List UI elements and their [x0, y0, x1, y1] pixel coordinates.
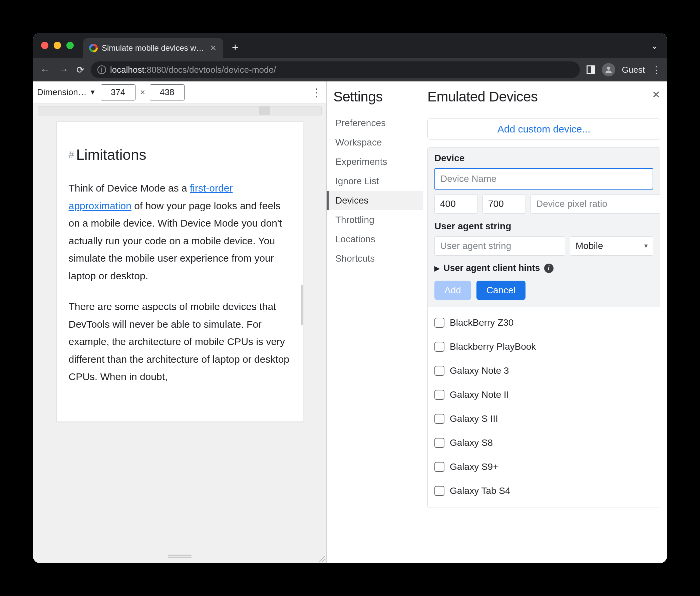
device-item-label: Galaxy Note 3 [450, 366, 509, 376]
device-item[interactable]: Galaxy S III [434, 407, 653, 431]
device-item[interactable]: Galaxy S9+ [434, 455, 653, 479]
page-paragraph: Think of Device Mode as a first-order ap… [69, 179, 291, 284]
scroll-indicator [299, 285, 303, 325]
page-preview[interactable]: #Limitations Think of Device Mode as a f… [56, 122, 303, 422]
device-item[interactable]: Galaxy Tab S4 [434, 479, 653, 503]
url-port: :8080 [145, 65, 166, 75]
devtools-dock-icon[interactable] [586, 66, 595, 74]
add-button[interactable]: Add [434, 281, 471, 300]
resize-handle-bottom[interactable] [168, 555, 192, 557]
tab-title: Simulate mobile devices with D [102, 43, 205, 53]
person-icon [604, 65, 613, 74]
checkbox[interactable] [434, 390, 444, 400]
device-toolbar: Dimension… ▼ × ⋮ [33, 81, 326, 103]
checkbox[interactable] [434, 438, 444, 448]
sidebar-item-shortcuts[interactable]: Shortcuts [327, 249, 423, 268]
devtools-settings: Settings PreferencesWorkspaceExperiments… [327, 81, 667, 563]
back-button[interactable]: ← [39, 64, 51, 75]
divider [427, 111, 660, 111]
url-host: localhost [110, 65, 145, 75]
browser-menu-button[interactable]: ⋮ [652, 65, 661, 75]
traffic-lights [41, 42, 74, 49]
svg-point-0 [607, 67, 610, 70]
device-item-label: Blackberry PlayBook [450, 341, 536, 352]
ua-type-select[interactable]: Mobile ▼ [570, 236, 653, 256]
checkbox[interactable] [434, 318, 444, 328]
device-height-input[interactable] [482, 194, 526, 214]
forward-button[interactable]: → [58, 64, 70, 75]
device-item[interactable]: Galaxy Note 3 [434, 359, 653, 383]
caret-down-icon: ▼ [90, 89, 96, 96]
dimensions-label: Dimension… [37, 87, 87, 97]
hash-icon: # [69, 149, 74, 160]
sidebar-item-ignore-list[interactable]: Ignore List [327, 172, 423, 191]
info-icon[interactable]: i [544, 264, 553, 273]
width-input[interactable] [101, 84, 135, 100]
checkbox[interactable] [434, 462, 444, 472]
device-item-label: Galaxy Tab S4 [450, 486, 510, 496]
content: Dimension… ▼ × ⋮ #Limitations Think of D… [33, 81, 667, 563]
sidebar-item-devices[interactable]: Devices [327, 191, 423, 210]
sidebar-item-experiments[interactable]: Experiments [327, 152, 423, 172]
browser-window: Simulate mobile devices with D ✕ + ⌄ ← →… [33, 33, 667, 563]
device-item-label: Galaxy S9+ [450, 462, 498, 472]
device-item-label: Galaxy Note II [450, 390, 509, 400]
checkbox[interactable] [434, 486, 444, 496]
device-dpr-input[interactable] [530, 194, 660, 214]
checkbox[interactable] [434, 342, 444, 352]
cancel-button[interactable]: Cancel [476, 281, 525, 300]
dimensions-x: × [140, 87, 145, 97]
profile-avatar[interactable] [602, 63, 615, 76]
checkbox[interactable] [434, 366, 444, 376]
checkbox[interactable] [434, 414, 444, 424]
device-name-input[interactable] [434, 168, 653, 190]
window-maximize-button[interactable] [67, 42, 74, 49]
profile-label[interactable]: Guest [622, 65, 645, 75]
window-minimize-button[interactable] [54, 42, 61, 49]
reload-button[interactable]: ⟳ [76, 65, 84, 75]
sidebar-item-workspace[interactable]: Workspace [327, 133, 423, 152]
window-close-button[interactable] [41, 42, 48, 49]
close-settings-button[interactable]: ✕ [652, 89, 660, 100]
device-item-label: Galaxy S8 [450, 438, 493, 448]
ua-client-hints-toggle[interactable]: ▶ User agent client hints i [434, 263, 653, 273]
device-item[interactable]: Galaxy S8 [434, 431, 653, 455]
device-item-label: Galaxy S III [450, 414, 498, 424]
close-icon[interactable]: ✕ [209, 43, 217, 53]
browser-toolbar: ← → ⟳ i localhost:8080/docs/devtools/dev… [33, 58, 667, 81]
device-section-label: Device [434, 153, 653, 164]
device-form: Device User agent string Mobile [427, 147, 660, 508]
titlebar: Simulate mobile devices with D ✕ + ⌄ [33, 33, 667, 58]
caret-down-icon: ▼ [643, 243, 649, 250]
ua-section-label: User agent string [434, 221, 653, 231]
panel-title: Emulated Devices [427, 89, 652, 105]
chrome-icon [89, 44, 98, 52]
ua-client-hints-label: User agent client hints [444, 263, 540, 273]
device-width-input[interactable] [434, 194, 478, 214]
device-item[interactable]: Blackberry PlayBook [434, 335, 653, 359]
device-item[interactable]: Galaxy Note II [434, 383, 653, 407]
sidebar-item-preferences[interactable]: Preferences [327, 114, 423, 133]
dimensions-dropdown[interactable]: Dimension… ▼ [37, 87, 96, 97]
settings-main: Emulated Devices ✕ Add custom device... … [423, 81, 667, 563]
site-info-icon[interactable]: i [97, 66, 106, 74]
sidebar-item-throttling[interactable]: Throttling [327, 210, 423, 230]
address-bar[interactable]: i localhost:8080/docs/devtools/device-mo… [91, 61, 580, 78]
new-tab-button[interactable]: + [228, 41, 243, 54]
url-path: /docs/devtools/device-mode/ [166, 65, 276, 75]
device-item[interactable]: BlackBerry Z30 [434, 311, 653, 335]
page-paragraph: There are some aspects of mobile devices… [69, 298, 291, 386]
ruler[interactable] [38, 106, 322, 116]
ua-type-value: Mobile [576, 241, 603, 251]
device-toolbar-more-button[interactable]: ⋮ [311, 86, 322, 99]
settings-sidebar: Settings PreferencesWorkspaceExperiments… [327, 81, 423, 563]
browser-tab[interactable]: Simulate mobile devices with D ✕ [83, 38, 223, 58]
sidebar-item-locations[interactable]: Locations [327, 230, 423, 249]
height-input[interactable] [150, 84, 184, 100]
device-mode-panel: Dimension… ▼ × ⋮ #Limitations Think of D… [33, 81, 327, 563]
add-custom-device-button[interactable]: Add custom device... [427, 119, 660, 140]
chevron-down-icon[interactable]: ⌄ [651, 40, 658, 51]
device-viewport: #Limitations Think of Device Mode as a f… [33, 103, 326, 563]
settings-title: Settings [333, 89, 423, 105]
ua-string-input[interactable] [434, 236, 565, 256]
